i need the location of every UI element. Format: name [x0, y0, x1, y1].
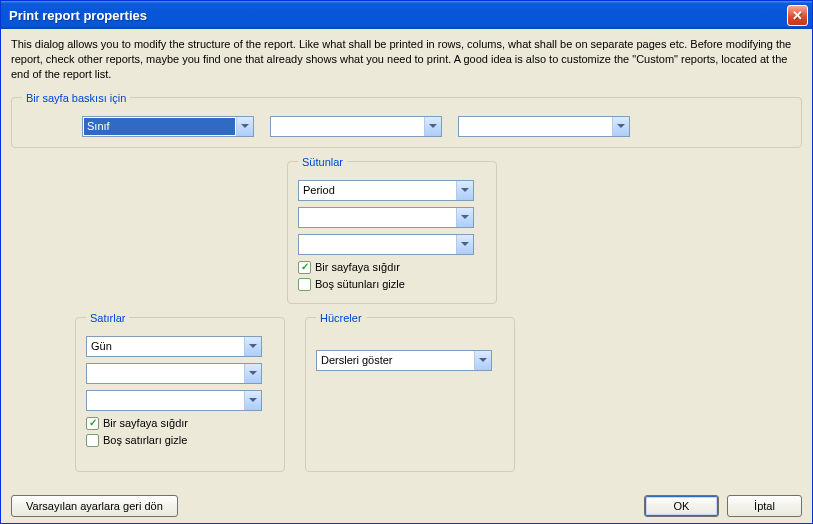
columns-dropdown-1-value: Period: [299, 181, 456, 200]
rows-fit-label: Bir sayfaya sığdır: [103, 417, 188, 429]
dropdown-button-icon: [612, 117, 629, 136]
titlebar: Print report properties ✕: [1, 1, 812, 29]
columns-dropdown-3[interactable]: [298, 234, 474, 255]
page-dropdown-3-value: [459, 117, 612, 136]
dialog-content: This dialog allows you to modify the str…: [1, 29, 812, 523]
dropdown-button-icon: [456, 235, 473, 254]
chevron-down-icon: [461, 188, 469, 192]
chevron-down-icon: [461, 242, 469, 246]
columns-fit-label: Bir sayfaya sığdır: [315, 261, 400, 273]
rows-dropdown-1-value: Gün: [87, 337, 244, 356]
dropdown-button-icon: [236, 117, 253, 136]
dropdown-button-icon: [244, 364, 261, 383]
chevron-down-icon: [429, 124, 437, 128]
restore-defaults-button[interactable]: Varsayılan ayarlara geri dön: [11, 495, 178, 517]
group-cells-legend: Hücreler: [316, 312, 366, 324]
chevron-down-icon: [249, 344, 257, 348]
page-dropdown-2-value: [271, 117, 424, 136]
chevron-down-icon: [461, 215, 469, 219]
columns-hide-checkbox[interactable]: [298, 278, 311, 291]
dialog-footer: Varsayılan ayarlara geri dön OK İptal: [11, 489, 802, 517]
ok-button[interactable]: OK: [644, 495, 719, 517]
columns-hide-label: Boş sütunları gizle: [315, 278, 405, 290]
group-columns: Sütunlar Period: [287, 156, 497, 304]
rows-dropdown-2-value: [87, 364, 244, 383]
columns-dropdown-1[interactable]: Period: [298, 180, 474, 201]
columns-dropdown-2-value: [299, 208, 456, 227]
cells-dropdown-1[interactable]: Dersleri göster: [316, 350, 492, 371]
dropdown-button-icon: [474, 351, 491, 370]
columns-dropdown-3-value: [299, 235, 456, 254]
close-button[interactable]: ✕: [787, 5, 808, 26]
rows-hide-label: Boş satırları gizle: [103, 434, 187, 446]
group-cells: Hücreler Dersleri göster: [305, 312, 515, 472]
columns-dropdown-2[interactable]: [298, 207, 474, 228]
cancel-button[interactable]: İptal: [727, 495, 802, 517]
page-dropdown-1[interactable]: Sınıf: [82, 116, 254, 137]
rows-dropdown-1[interactable]: Gün: [86, 336, 262, 357]
dialog-window: Print report properties ✕ This dialog al…: [0, 0, 813, 524]
chevron-down-icon: [249, 371, 257, 375]
page-dropdown-2[interactable]: [270, 116, 442, 137]
dropdown-button-icon: [424, 117, 441, 136]
rows-fit-checkbox[interactable]: [86, 417, 99, 430]
close-icon: ✕: [792, 8, 803, 23]
dropdown-button-icon: [244, 337, 261, 356]
rows-dropdown-2[interactable]: [86, 363, 262, 384]
rows-dropdown-3-value: [87, 391, 244, 410]
page-dropdown-3[interactable]: [458, 116, 630, 137]
group-page-legend: Bir sayfa baskısı için: [22, 92, 130, 104]
rows-dropdown-3[interactable]: [86, 390, 262, 411]
chevron-down-icon: [241, 124, 249, 128]
description-text: This dialog allows you to modify the str…: [11, 37, 802, 82]
cells-dropdown-1-value: Dersleri göster: [317, 351, 474, 370]
group-page-print: Bir sayfa baskısı için Sınıf: [11, 92, 802, 148]
chevron-down-icon: [479, 358, 487, 362]
dropdown-button-icon: [456, 208, 473, 227]
page-dropdown-1-value: Sınıf: [84, 118, 235, 135]
chevron-down-icon: [249, 398, 257, 402]
rows-hide-checkbox[interactable]: [86, 434, 99, 447]
group-columns-legend: Sütunlar: [298, 156, 347, 168]
columns-fit-checkbox[interactable]: [298, 261, 311, 274]
group-rows: Satırlar Gün: [75, 312, 285, 472]
group-rows-legend: Satırlar: [86, 312, 129, 324]
window-title: Print report properties: [9, 8, 147, 23]
chevron-down-icon: [617, 124, 625, 128]
dropdown-button-icon: [244, 391, 261, 410]
dropdown-button-icon: [456, 181, 473, 200]
